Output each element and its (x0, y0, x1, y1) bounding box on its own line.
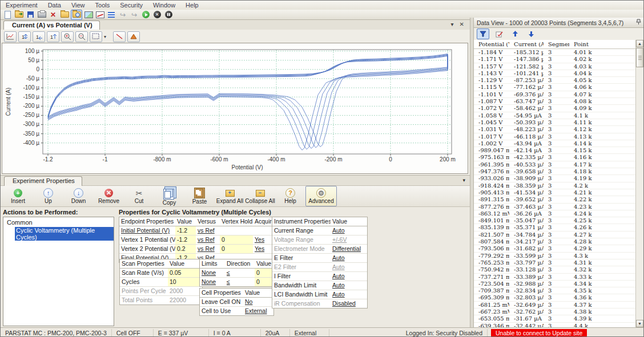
slope-cursor-icon[interactable] (113, 31, 126, 42)
endpoint-cell[interactable]: -1.2 (175, 236, 196, 244)
copy-button[interactable]: Copy (154, 186, 184, 206)
zoom-out-icon[interactable] (75, 31, 88, 42)
tab-experiment-properties[interactable]: Experiment Properties (4, 176, 82, 186)
menu-view[interactable]: View (66, 1, 90, 9)
up-button[interactable]: ↑Up (33, 186, 63, 206)
undo-icon[interactable]: ↪ (118, 10, 128, 19)
table-row[interactable]: -750.942 mV-33.128 µA34.32 k (474, 266, 637, 273)
endpoint-cell[interactable]: 0 (220, 236, 253, 244)
graph-view-icon[interactable] (83, 10, 94, 19)
redo-icon[interactable]: ↪ (129, 10, 139, 19)
help-button[interactable]: ?Help (275, 186, 305, 206)
table-row[interactable]: -1.143 V-101.241 µA34.04 k (474, 70, 637, 77)
table-row[interactable]: -681.25 mV-32.649 µA34.37 k (474, 302, 637, 308)
tab-list-dropdown-icon[interactable]: ▾ (451, 21, 454, 27)
endpoint-cell[interactable]: 0 (220, 245, 253, 253)
autoscale-y-axis-icon[interactable]: 1 (47, 31, 59, 42)
table-row[interactable]: -891.315 mV-39.652 µA34.22 k (474, 196, 637, 203)
table-row[interactable]: -863.12 mV-36.26 µA34.24 k (474, 210, 637, 217)
table-row[interactable]: -1.058 V-54.95 µA34.1 k (474, 112, 637, 119)
table-row[interactable]: -737.271 mV-33.389 µA34.33 k (474, 274, 637, 281)
zoom-box-icon[interactable] (90, 31, 102, 42)
pause-button[interactable] (163, 10, 174, 19)
table-row[interactable]: -1.002 V-43.94 µA34.14 k (474, 140, 637, 147)
cell-cell[interactable]: No (243, 298, 273, 306)
remove-button[interactable]: ✕Remove (94, 186, 124, 206)
analysis-icon[interactable] (95, 10, 105, 19)
table-row[interactable]: -975.163 mV-42.335 µA34.16 k (474, 154, 637, 161)
table-row[interactable]: -1.072 V-58.462 µA34.09 k (474, 105, 637, 112)
scrollbar-thumb[interactable] (636, 48, 643, 67)
pin-icon[interactable] (636, 19, 641, 26)
column-header-1[interactable]: Current (A) (509, 40, 544, 48)
cell-cell[interactable]: External (243, 307, 273, 315)
autoscale-both-axes-icon[interactable]: 1 (18, 31, 31, 42)
menu-data[interactable]: Data (43, 1, 66, 9)
menu-experiment[interactable]: Experiment (1, 1, 43, 9)
table-row[interactable]: -1.157 V-121.582 µA34.03 k (474, 63, 637, 70)
table-row[interactable]: -877.276 mV-37.463 µA34.23 k (474, 204, 637, 210)
cv-chart[interactable]: -1.2-1-800 m-600 m-400 m-200 m0200 m100 … (2, 43, 468, 174)
autoscale-x-axis-icon[interactable]: 1 (33, 31, 45, 42)
panel-dropdown-icon[interactable]: ▾ (462, 177, 465, 183)
table-row[interactable]: -653.055 mV-31.67 µA34.39 k (474, 315, 637, 322)
limits-cell[interactable]: None (200, 278, 225, 286)
instrument-cell[interactable]: Auto (331, 226, 367, 235)
endpoint-cell[interactable]: vs Ref (196, 245, 220, 253)
graph-properties-icon[interactable] (4, 31, 17, 42)
table-row[interactable]: -821.507 mV-34.784 µA34.27 k (474, 232, 637, 238)
table-row[interactable]: -709.387 mV-32.834 µA34.35 k (474, 287, 637, 294)
instrument-cell[interactable]: Auto (331, 290, 367, 299)
table-row[interactable]: -695.309 mV-32.803 µA34.36 k (474, 294, 637, 301)
data-view-icon[interactable] (106, 10, 116, 19)
table-row[interactable]: -765.253 mV-33.797 µA34.31 k (474, 259, 637, 266)
insert-button[interactable]: +Insert (3, 186, 33, 206)
table-row[interactable]: -1.129 V-87.253 µA34.05 k (474, 77, 637, 84)
tree-item-common[interactable]: Common (7, 219, 33, 226)
scroll-to-bottom-icon[interactable] (525, 29, 537, 39)
edit-data-icon[interactable] (493, 29, 505, 39)
instrument-cell[interactable]: Differential (331, 245, 367, 253)
endpoint-cell[interactable]: -1.2 (175, 226, 196, 235)
experiment-properties-icon[interactable] (71, 10, 82, 20)
table-row[interactable]: -1.017 V-46.118 µA34.13 k (474, 133, 637, 140)
tree-item-cyclic-voltammetry[interactable]: Cyclic Voltammetry (Multiple Cycles) (15, 227, 114, 241)
table-row[interactable]: -1.045 V-50.393 µA34.11 k (474, 119, 637, 126)
instrument-cell[interactable]: Auto (331, 272, 367, 281)
table-row[interactable]: -667.23 mV-32.762 µA34.38 k (474, 308, 637, 315)
instrument-cell[interactable]: Disabled (331, 299, 367, 308)
filter-icon[interactable] (477, 29, 489, 39)
scroll-to-top-icon[interactable] (509, 29, 521, 39)
table-row[interactable]: -989.047 mV-42.14 µA34.15 k (474, 147, 637, 154)
expand-button[interactable]: +Expand All (215, 186, 245, 206)
table-row[interactable]: -961.395 mV-40.533 µA34.17 k (474, 161, 637, 168)
menu-tools[interactable]: Tools (90, 1, 115, 9)
endpoint-cell[interactable]: vs Ref (196, 236, 220, 244)
table-row[interactable]: -905.413 mV-41.534 µA34.21 k (474, 189, 637, 196)
instrument-cell[interactable]: Auto (331, 281, 367, 290)
close-tab-icon[interactable]: ✕ (460, 21, 464, 27)
endpoint-cell[interactable]: 0.2 (175, 245, 196, 253)
table-row[interactable]: -1.031 V-48.223 µA34.12 k (474, 126, 637, 133)
column-header-2[interactable]: Segment (544, 40, 569, 48)
column-header-0[interactable]: Potential (V) (474, 40, 509, 48)
limits-cell[interactable]: None (200, 269, 225, 277)
menu-window[interactable]: Window (148, 1, 180, 9)
table-row[interactable]: -933.026 mV-38.909 µA34.19 k (474, 175, 637, 182)
table-row[interactable]: -1.171 V-147.386 µA34.02 k (474, 56, 637, 63)
menu-help[interactable]: Help (180, 1, 204, 9)
open-experiment-icon[interactable]: ➜ (14, 10, 24, 19)
table-row[interactable]: -849.101 mV-35.047 µA34.25 k (474, 217, 637, 224)
menu-security[interactable]: Security (115, 1, 148, 9)
table-row[interactable]: -1.101 V-69.376 µA34.07 k (474, 91, 637, 98)
new-experiment-icon[interactable] (2, 10, 13, 19)
instrument-cell[interactable]: Auto (331, 254, 367, 262)
limits-cell[interactable]: ≤ (225, 269, 255, 277)
data-table-scrollbar[interactable]: ▲ ▼ (635, 40, 644, 327)
print-icon[interactable] (37, 10, 47, 19)
peak-find-icon[interactable] (127, 31, 140, 42)
collapse-button[interactable]: −Collapse All (245, 186, 275, 206)
endpoint-cell[interactable]: vs Ref (196, 226, 220, 235)
limits-cell[interactable]: ≤ (225, 278, 255, 286)
save-icon[interactable] (25, 10, 35, 19)
